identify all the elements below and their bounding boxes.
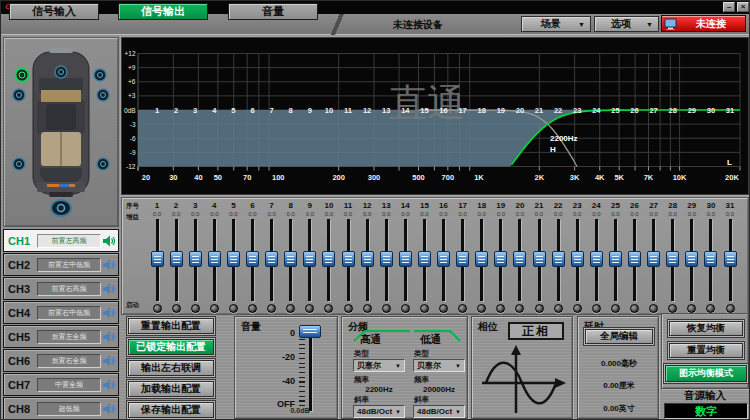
- eq-fader-handle[interactable]: [533, 251, 546, 267]
- eq-fader-handle[interactable]: [342, 251, 355, 267]
- eq-band-slider[interactable]: [721, 219, 740, 301]
- eq-band-slider[interactable]: [243, 219, 262, 301]
- eq-fader-handle[interactable]: [303, 251, 316, 267]
- eq-fader-handle[interactable]: [628, 251, 641, 267]
- link-lr-output-button[interactable]: 输出左右联调: [128, 360, 214, 376]
- eq-band-slider[interactable]: [262, 219, 281, 301]
- eq-fader-handle[interactable]: [647, 251, 660, 267]
- eq-fader-handle[interactable]: [265, 251, 278, 267]
- eq-fader-handle[interactable]: [322, 251, 335, 267]
- speaker-icon[interactable]: [102, 234, 116, 248]
- eq-fader-handle[interactable]: [724, 251, 737, 267]
- eq-band-slider[interactable]: [587, 219, 606, 301]
- eq-band-slider[interactable]: [281, 219, 300, 301]
- lp-slope-select[interactable]: 48dB/Oct▼: [413, 405, 465, 418]
- eq-fader-handle[interactable]: [418, 251, 431, 267]
- eq-band-enable-knob[interactable]: [515, 304, 524, 313]
- eq-fader-handle[interactable]: [284, 251, 297, 267]
- eq-band-slider[interactable]: [205, 219, 224, 301]
- eq-band-slider[interactable]: [606, 219, 625, 301]
- eq-band-enable-knob[interactable]: [324, 304, 333, 313]
- channel-row-ch4[interactable]: CH4 前置右中低频: [3, 301, 119, 324]
- speaker-icon[interactable]: [102, 282, 116, 296]
- eq-band-enable-knob[interactable]: [554, 304, 563, 313]
- eq-band-enable-knob[interactable]: [305, 304, 314, 313]
- eq-band-enable-knob[interactable]: [496, 304, 505, 313]
- eq-band-slider[interactable]: [682, 219, 701, 301]
- speaker-front-right-tweeter[interactable]: [94, 69, 106, 81]
- eq-band-enable-knob[interactable]: [706, 304, 715, 313]
- close-button[interactable]: ×: [737, 2, 749, 12]
- lock-output-config-button[interactable]: 已锁定输出配置: [128, 339, 214, 355]
- speaker-icon[interactable]: [102, 306, 116, 320]
- eq-band-enable-knob[interactable]: [630, 304, 639, 313]
- speaker-rear-right[interactable]: [97, 158, 109, 170]
- channel-row-ch1[interactable]: CH1 前置左高频: [3, 229, 119, 252]
- eq-band-enable-knob[interactable]: [229, 304, 238, 313]
- eq-band-slider[interactable]: [319, 219, 338, 301]
- eq-band-slider[interactable]: [339, 219, 358, 301]
- eq-band-enable-knob[interactable]: [420, 304, 429, 313]
- eq-band-enable-knob[interactable]: [267, 304, 276, 313]
- eq-band-slider[interactable]: [510, 219, 529, 301]
- eq-fader-handle[interactable]: [170, 251, 183, 267]
- speaker-icon[interactable]: [102, 354, 116, 368]
- eq-fader-handle[interactable]: [513, 251, 526, 267]
- eq-fader-handle[interactable]: [494, 251, 507, 267]
- phase-mode-button[interactable]: 正相: [508, 322, 564, 340]
- eq-band-enable-knob[interactable]: [210, 304, 219, 313]
- speaker-icon[interactable]: [102, 378, 116, 392]
- eq-fader-handle[interactable]: [208, 251, 221, 267]
- eq-fader-handle[interactable]: [380, 251, 393, 267]
- eq-fader-handle[interactable]: [227, 251, 240, 267]
- eq-band-slider[interactable]: [453, 219, 472, 301]
- eq-band-slider[interactable]: [663, 219, 682, 301]
- eq-fader-handle[interactable]: [437, 251, 450, 267]
- speaker-subwoofer[interactable]: [51, 200, 71, 216]
- eq-band-enable-knob[interactable]: [687, 304, 696, 313]
- speaker-icon[interactable]: [102, 258, 116, 272]
- eq-band-slider[interactable]: [491, 219, 510, 301]
- eq-band-enable-knob[interactable]: [153, 304, 162, 313]
- eq-band-slider[interactable]: [300, 219, 319, 301]
- scene-dropdown[interactable]: 场景 ▼: [521, 16, 591, 32]
- eq-band-enable-knob[interactable]: [363, 304, 372, 313]
- source-input-display[interactable]: 数字: [664, 403, 748, 419]
- eq-band-slider[interactable]: [377, 219, 396, 301]
- eq-band-enable-knob[interactable]: [401, 304, 410, 313]
- connect-button[interactable]: 未连接: [661, 15, 746, 32]
- eq-band-slider[interactable]: [396, 219, 415, 301]
- eq-band-enable-knob[interactable]: [611, 304, 620, 313]
- eq-band-enable-knob[interactable]: [477, 304, 486, 313]
- speaker-icon[interactable]: [102, 330, 116, 344]
- eq-band-enable-knob[interactable]: [573, 304, 582, 313]
- eq-fader-handle[interactable]: [475, 251, 488, 267]
- speaker-rear-left[interactable]: [13, 158, 25, 170]
- delay-ms-value[interactable]: 0.000毫秒: [578, 358, 660, 369]
- eq-fader-handle[interactable]: [666, 251, 679, 267]
- speaker-front-right-mid[interactable]: [97, 89, 109, 101]
- eq-band-slider[interactable]: [625, 219, 644, 301]
- channel-row-ch7[interactable]: CH7 中置全频: [3, 373, 119, 396]
- eq-band-enable-knob[interactable]: [439, 304, 448, 313]
- volume-slider-handle[interactable]: [299, 325, 321, 338]
- speaker-center-dash[interactable]: [55, 66, 67, 78]
- channel-row-ch5[interactable]: CH5 后置左全频: [3, 325, 119, 348]
- eq-fader-handle[interactable]: [456, 251, 469, 267]
- eq-band-slider[interactable]: [701, 219, 720, 301]
- speaker-front-left-mid[interactable]: [13, 89, 25, 101]
- eq-band-enable-knob[interactable]: [191, 304, 200, 313]
- eq-fader-handle[interactable]: [685, 251, 698, 267]
- eq-band-slider[interactable]: [358, 219, 377, 301]
- eq-fader-handle[interactable]: [590, 251, 603, 267]
- graphic-eq-mode-button[interactable]: 图示均衡模式: [665, 365, 747, 382]
- eq-fader-handle[interactable]: [399, 251, 412, 267]
- lp-type-select[interactable]: 贝塞尔▼: [413, 359, 465, 372]
- volume-slider-track[interactable]: [309, 331, 312, 411]
- eq-band-enable-knob[interactable]: [172, 304, 181, 313]
- eq-band-enable-knob[interactable]: [248, 304, 257, 313]
- eq-band-slider[interactable]: [148, 219, 167, 301]
- channel-row-ch3[interactable]: CH3 前置右高频: [3, 277, 119, 300]
- eq-band-slider[interactable]: [415, 219, 434, 301]
- eq-band-slider[interactable]: [472, 219, 491, 301]
